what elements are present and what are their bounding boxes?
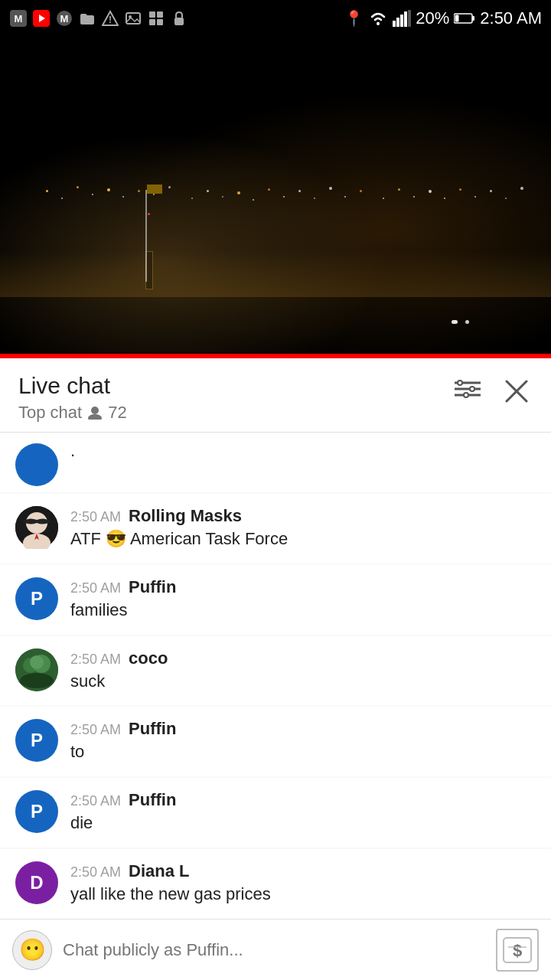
message-meta: 2:50 AM coco (70, 648, 536, 668)
svg-rect-30 (470, 387, 474, 391)
viewer-icon (86, 404, 103, 421)
app-icon-folder (78, 9, 96, 28)
emoji-icon: 😶 (19, 937, 46, 962)
message-body: 2:50 AM Puffin families (70, 577, 536, 622)
live-chat-title-area: Live chat Top chat 72 (18, 372, 127, 423)
status-right: 📍 20% 2:50 (344, 8, 542, 28)
svg-rect-13 (157, 19, 163, 25)
avatar: P (15, 790, 58, 833)
top-chat-label: Top chat (18, 403, 82, 423)
message-author: Puffin (129, 719, 176, 739)
wifi-icon (368, 10, 388, 27)
app-icon-lock (170, 9, 188, 28)
app-icon-grid (147, 9, 165, 28)
message-body: 2:50 AM Rolling Masks ATF 😎 American Tas… (70, 506, 536, 551)
avatar: P (15, 577, 58, 620)
svg-rect-31 (464, 393, 468, 397)
super-chat-button[interactable]: $ (496, 929, 539, 972)
message-meta: 2:50 AM Rolling Masks (70, 506, 536, 526)
message-time: 2:50 AM (70, 864, 121, 880)
message-text: die (70, 812, 536, 835)
app-icon-m1: M (9, 9, 28, 28)
message-text: · (70, 445, 75, 464)
svg-text:M: M (60, 13, 69, 24)
message-text: yall like the new gas prices (70, 883, 536, 906)
avatar (15, 506, 58, 549)
chat-messages-list: · 2:50 AM Rolling Masks ATF 😎 American T… (0, 433, 551, 980)
message-author: Rolling Masks (129, 506, 242, 526)
message-author: Puffin (129, 577, 176, 597)
app-icon-m2: M (55, 9, 73, 28)
svg-rect-14 (174, 18, 184, 25)
avatar: D (15, 861, 58, 904)
svg-point-15 (377, 22, 380, 25)
message-time: 2:50 AM (70, 509, 121, 525)
viewer-count: 72 (108, 403, 126, 423)
message-body: 2:50 AM Diana L yall like the new gas pr… (70, 861, 536, 906)
message-time: 2:50 AM (70, 793, 121, 809)
message-meta: 2:50 AM Diana L (70, 861, 536, 881)
filter-button[interactable] (450, 375, 485, 407)
message-time: 2:50 AM (70, 580, 121, 596)
svg-point-24 (91, 407, 99, 414)
avatar: P (15, 719, 58, 762)
app-icon-image (124, 9, 142, 28)
message-text: ATF 😎 American Task Force (70, 528, 536, 551)
video-background (0, 37, 551, 358)
message-body: 2:50 AM coco suck (70, 648, 536, 694)
message-body: 2:50 AM Puffin die (70, 790, 536, 835)
svg-rect-11 (157, 11, 163, 18)
video-player[interactable] (0, 37, 551, 358)
battery-percent: 20% (416, 8, 449, 28)
chat-message: D 2:50 AM Diana L yall like the new gas … (0, 849, 551, 919)
svg-text:$: $ (513, 941, 522, 960)
location-icon: 📍 (344, 9, 364, 28)
message-body: · (70, 443, 536, 467)
live-chat-title: Live chat (18, 372, 127, 400)
svg-rect-8 (126, 13, 140, 24)
svg-rect-29 (458, 381, 462, 385)
video-progress-bar[interactable] (0, 354, 551, 358)
city-lights (0, 37, 551, 358)
svg-point-25 (88, 414, 102, 420)
live-chat-sub: Top chat 72 (18, 403, 127, 423)
avatar (15, 648, 58, 691)
chat-message: · (0, 433, 551, 492)
svg-rect-17 (396, 18, 399, 27)
message-body: 2:50 AM Puffin to (70, 719, 536, 764)
battery-icon (454, 12, 475, 24)
header-actions (450, 372, 533, 407)
chat-input-field[interactable] (63, 940, 485, 960)
svg-rect-20 (408, 10, 411, 27)
message-text: suck (70, 670, 536, 694)
status-left: M M ! (9, 9, 188, 28)
time-display: 2:50 AM (480, 8, 542, 28)
live-chat-header: Live chat Top chat 72 (0, 358, 551, 433)
chat-message: P 2:50 AM Puffin families (0, 565, 551, 635)
message-time: 2:50 AM (70, 722, 121, 738)
svg-rect-10 (149, 11, 155, 18)
svg-point-39 (20, 673, 54, 688)
svg-rect-22 (472, 16, 474, 21)
svg-point-42 (30, 655, 44, 669)
svg-text:M: M (15, 13, 23, 24)
message-text: families (70, 599, 536, 622)
signal-icon (393, 10, 411, 27)
message-time: 2:50 AM (70, 652, 121, 668)
avatar (15, 443, 58, 486)
message-meta: 2:50 AM Puffin (70, 577, 536, 597)
svg-rect-16 (393, 21, 396, 27)
emoji-button[interactable]: 😶 (12, 930, 52, 970)
close-button[interactable] (500, 375, 533, 407)
message-author: coco (129, 648, 168, 668)
chat-message: 2:50 AM coco suck (0, 636, 551, 706)
chat-message: P 2:50 AM Puffin die (0, 778, 551, 848)
svg-rect-19 (404, 11, 407, 27)
message-meta: 2:50 AM Puffin (70, 719, 536, 739)
message-author: Puffin (129, 790, 176, 810)
status-bar: M M ! (0, 0, 551, 37)
svg-text:!: ! (109, 15, 112, 25)
app-icon-yt (32, 9, 51, 28)
svg-rect-12 (149, 19, 155, 25)
svg-rect-18 (400, 15, 403, 27)
